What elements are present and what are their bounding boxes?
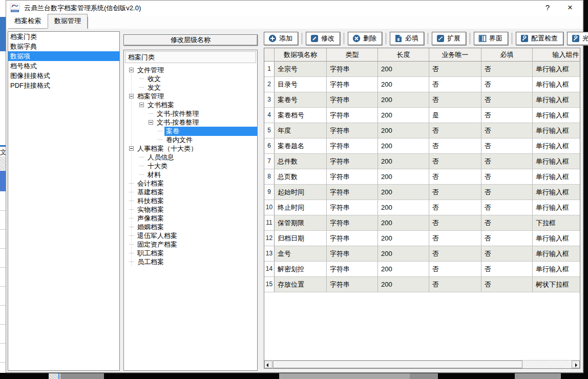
cell-length[interactable]: 200 [378, 200, 429, 215]
cell-length[interactable]: 200 [378, 108, 429, 123]
cell-length[interactable]: 200 [378, 215, 429, 231]
table-row[interactable]: 6 案卷题名 字符串 200 否 否 单行输入框 [264, 138, 580, 154]
table-row[interactable]: 5 年度 字符串 200 否 否 单行输入框 [264, 123, 580, 138]
tab-archive-search[interactable]: 档案检索 [8, 14, 48, 29]
edit-button[interactable]: 修改 [306, 32, 340, 45]
cell-unique[interactable]: 否 [429, 215, 481, 231]
cell-widget[interactable]: 单行输入框 [533, 200, 580, 215]
table-row[interactable]: 12 归档日期 字符串 200 否 否 单行输入框 [264, 231, 580, 246]
tree-collapse-icon[interactable] [129, 68, 134, 72]
cell-length[interactable]: 200 [378, 277, 429, 292]
cell-type[interactable]: 字符串 [327, 246, 378, 262]
table-row[interactable]: 2 目录号 字符串 200 否 否 单行输入框 [264, 77, 580, 92]
tree-item[interactable]: 基建档案 [124, 188, 257, 196]
horizontal-scrollbar[interactable] [264, 360, 580, 368]
cell-widget[interactable]: 单行输入框 [533, 231, 580, 246]
cell-length[interactable]: 200 [378, 169, 429, 185]
cell-length[interactable]: 200 [378, 62, 429, 77]
cell-type[interactable]: 字符串 [327, 62, 378, 77]
column-header-unique[interactable]: 业务唯一 [429, 48, 481, 62]
sidebar-item-archive-number-format[interactable]: 档号格式 [8, 61, 119, 71]
cell-type[interactable]: 字符串 [327, 277, 378, 292]
table-row[interactable]: 14 解密划控 字符串 200 否 否 单行输入框 [264, 262, 580, 277]
cell-required[interactable]: 否 [481, 62, 533, 77]
tree-collapse-icon[interactable] [139, 103, 144, 107]
cell-length[interactable]: 200 [378, 77, 429, 92]
tree-item[interactable]: 实物档案 [124, 205, 257, 214]
cell-length[interactable]: 200 [378, 92, 429, 108]
layout-button[interactable]: 界面 [474, 32, 508, 45]
help-button[interactable]: ? [539, 1, 556, 15]
cell-required[interactable]: 否 [481, 108, 533, 123]
cell-length[interactable]: 200 [378, 231, 429, 246]
cell-type[interactable]: 字符串 [327, 185, 378, 200]
column-header-type[interactable]: 类型 [327, 48, 378, 62]
tree-item[interactable]: 文件管理 [124, 66, 257, 74]
tree-item[interactable]: 文书-按件整理 [124, 109, 257, 118]
cell-length[interactable]: 200 [378, 262, 429, 277]
cell-type[interactable]: 字符串 [327, 231, 378, 246]
cell-required[interactable]: 否 [481, 277, 533, 292]
cell-required[interactable]: 否 [481, 246, 533, 262]
table-row[interactable]: 15 存放位置 字符串 200 否 否 树状下拉框 [264, 277, 580, 292]
cell-widget[interactable]: 单行输入框 [533, 123, 580, 138]
sidebar-item-data-items[interactable]: 数据项 [8, 51, 119, 61]
cell-widget[interactable]: 单行输入框 [533, 154, 580, 169]
cell-widget[interactable]: 下拉框 [533, 215, 580, 231]
delete-button[interactable]: 删除 [348, 32, 382, 45]
column-header-widget[interactable]: 输入组件 [533, 48, 580, 62]
cell-unique[interactable]: 否 [429, 77, 481, 92]
cell-widget[interactable]: 单行输入框 [533, 77, 580, 92]
tree-item[interactable]: 退伍军人档案 [124, 231, 257, 240]
scroll-left-button[interactable] [264, 361, 272, 368]
cell-name[interactable]: 案卷题名 [275, 138, 327, 154]
cell-type[interactable]: 字符串 [327, 77, 378, 92]
cell-name[interactable]: 归档日期 [275, 231, 327, 246]
cell-required[interactable]: 否 [481, 185, 533, 200]
cell-unique[interactable]: 否 [429, 138, 481, 154]
cell-required[interactable]: 否 [481, 92, 533, 108]
tree-item[interactable]: 发文 [124, 83, 257, 92]
cell-type[interactable]: 字符串 [327, 138, 378, 154]
cell-widget[interactable]: 单行输入框 [533, 169, 580, 185]
table-row[interactable]: 1 全宗号 字符串 200 否 否 单行输入框 [264, 62, 580, 77]
table-row[interactable]: 10 终止时间 字符串 200 否 否 单行输入框 [264, 200, 580, 215]
tree-item[interactable]: 员工档案 [124, 257, 257, 266]
tree-item[interactable]: 人员信息 [124, 153, 257, 162]
cell-name[interactable]: 总件数 [275, 154, 327, 169]
tree-collapse-icon[interactable] [149, 120, 153, 125]
table-row[interactable]: 11 保管期限 字符串 200 否 否 下拉框 [264, 215, 580, 231]
table-row[interactable]: 8 总页数 字符串 200 否 否 单行输入框 [264, 169, 580, 185]
cell-type[interactable]: 字符串 [327, 215, 378, 231]
cell-required[interactable]: 否 [481, 215, 533, 231]
config-check-button[interactable]: 配置检查 [516, 32, 563, 45]
required-button[interactable]: 必填 [390, 32, 424, 45]
cell-required[interactable]: 否 [481, 123, 533, 138]
cell-type[interactable]: 字符串 [327, 123, 378, 138]
cell-name[interactable]: 盒号 [275, 246, 327, 262]
cell-type[interactable]: 字符串 [327, 169, 378, 185]
cell-type[interactable]: 字符串 [327, 200, 378, 215]
cell-widget[interactable]: 单行输入框 [533, 138, 580, 154]
tree-item[interactable]: 职工档案 [124, 249, 257, 257]
cell-required[interactable]: 否 [481, 154, 533, 169]
cell-unique[interactable]: 否 [429, 200, 481, 215]
cell-widget[interactable]: 单行输入框 [533, 62, 580, 77]
tree-item[interactable]: 收文 [124, 74, 257, 83]
expand-button[interactable]: 扩展 [432, 32, 466, 45]
cell-unique[interactable]: 否 [429, 262, 481, 277]
cell-length[interactable]: 200 [378, 138, 429, 154]
cell-widget[interactable]: 单行输入框 [533, 246, 580, 262]
cell-required[interactable]: 否 [481, 169, 533, 185]
cell-name[interactable]: 案卷号 [275, 92, 327, 108]
tree-item[interactable]: 声像档案 [124, 214, 257, 223]
cell-unique[interactable]: 否 [429, 123, 481, 138]
table-row[interactable]: 13 盒号 字符串 200 否 否 单行输入框 [264, 246, 580, 262]
cell-required[interactable]: 否 [481, 138, 533, 154]
sidebar-item-pdf-link-format[interactable]: PDF挂接格式 [8, 81, 119, 90]
cell-required[interactable]: 否 [481, 77, 533, 92]
tab-data-management[interactable]: 数据管理 [48, 14, 88, 29]
tree-item[interactable]: 文书档案 [124, 101, 257, 109]
cell-length[interactable]: 200 [378, 246, 429, 262]
cell-unique[interactable]: 否 [429, 62, 481, 77]
